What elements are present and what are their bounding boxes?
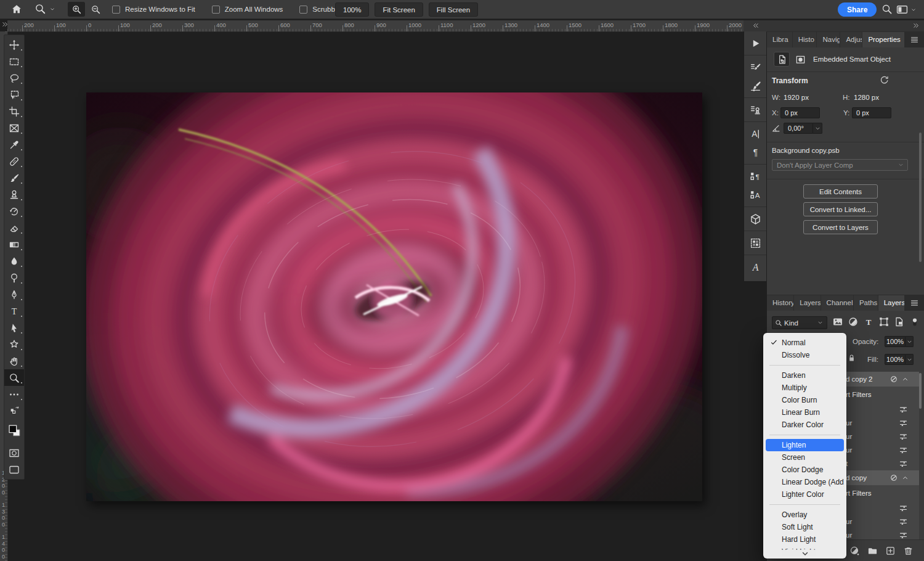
blend-mode-multiply[interactable]: Multiply: [766, 382, 844, 394]
fill-screen-button[interactable]: Fill Screen: [429, 2, 478, 17]
blend-mode-soft-light[interactable]: Soft Light: [766, 521, 844, 533]
blend-mode-normal[interactable]: Normal: [766, 337, 844, 349]
layers-scrollbar[interactable]: [919, 373, 922, 409]
angle-dropdown-chevron[interactable]: [813, 123, 822, 134]
convert-to-linked-button[interactable]: Convert to Linked...: [803, 202, 878, 216]
tool-eraser[interactable]: [4, 219, 24, 236]
panel-menu-button[interactable]: [905, 295, 924, 311]
fill-chevron[interactable]: [906, 354, 914, 365]
blend-mode-color-dodge[interactable]: Color Dodge: [766, 464, 844, 476]
layer-comp-select[interactable]: Don't Apply Layer Comp: [772, 159, 908, 171]
new-layer-button[interactable]: [881, 543, 899, 559]
lock-icon[interactable]: [847, 353, 856, 362]
zoom-out-button[interactable]: [87, 2, 104, 17]
canvas-image[interactable]: [86, 92, 702, 501]
delete-button[interactable]: [899, 543, 917, 559]
search-icon[interactable]: [881, 4, 893, 15]
properties-scrollbar[interactable]: [919, 133, 922, 262]
collapse-dock-icon[interactable]: [752, 22, 760, 30]
filter-shape-button[interactable]: [876, 315, 891, 329]
smart-object-badge-button[interactable]: [774, 52, 790, 67]
tool-brush[interactable]: [4, 170, 24, 186]
blend-mode-overlay[interactable]: Overlay: [766, 509, 844, 521]
panel-icon-character-styles[interactable]: A: [744, 186, 766, 204]
tab-histo[interactable]: Histo: [793, 32, 817, 47]
new-adjustment-button[interactable]: [846, 543, 864, 559]
panel-icon-brushes[interactable]: [744, 76, 766, 95]
tool-type[interactable]: T: [4, 303, 24, 319]
collapse-filters-button[interactable]: [901, 474, 909, 482]
filter-photo-button[interactable]: [830, 315, 845, 329]
filter-type-button[interactable]: T: [861, 315, 876, 329]
panel-icon-paragraph-styles[interactable]: ¶: [744, 167, 766, 186]
workspace-switcher[interactable]: [896, 4, 917, 15]
tab-navig[interactable]: Navig: [817, 32, 840, 47]
filter-blending-options-button[interactable]: [899, 531, 908, 540]
panel-icon-character[interactable]: A: [744, 125, 766, 143]
blend-mode-lighten[interactable]: Lighten: [766, 439, 844, 451]
blend-mode-dissolve[interactable]: Dissolve: [766, 349, 844, 361]
filter-blending-options-button[interactable]: [899, 419, 908, 428]
edit-contents-button[interactable]: Edit Contents: [803, 184, 878, 199]
tool-zoom[interactable]: [4, 369, 24, 386]
panel-icon-paragraph[interactable]: ¶: [744, 143, 766, 162]
panel-menu-button[interactable]: [905, 32, 924, 47]
convert-to-layers-button[interactable]: Convert to Layers: [803, 220, 878, 234]
panel-icon-glyphs[interactable]: A: [744, 258, 766, 276]
tool-frame[interactable]: [4, 120, 24, 136]
filter-blending-options-button[interactable]: [899, 517, 908, 526]
tool-shape[interactable]: [4, 336, 24, 353]
tool-marquee[interactable]: [4, 53, 24, 70]
tab-libra[interactable]: Libra: [767, 32, 792, 47]
expand-dock-icon[interactable]: [912, 22, 920, 30]
blend-mode-linear-dodge-add[interactable]: Linear Dodge (Add): [766, 476, 844, 488]
panel-icon-3d[interactable]: [744, 210, 766, 228]
filter-toggle-button[interactable]: [907, 315, 922, 329]
option-zoom-all-windows[interactable]: Zoom All Windows: [212, 6, 283, 14]
new-folder-button[interactable]: [864, 543, 881, 559]
filter-blending-options-button[interactable]: [899, 504, 908, 513]
tab-paths[interactable]: Paths: [854, 295, 878, 311]
checkbox-icon[interactable]: [212, 6, 220, 14]
filter-blending-options-button[interactable]: [899, 446, 908, 455]
menu-scroll-down-chevron[interactable]: [763, 549, 846, 558]
100-button[interactable]: 100%: [335, 2, 369, 17]
blend-mode-lighter-color[interactable]: Lighter Color: [766, 488, 844, 501]
reset-transform-icon[interactable]: [879, 75, 890, 86]
filter-smart-object-button[interactable]: [891, 315, 907, 329]
share-button[interactable]: Share: [838, 2, 877, 17]
tool-eyedropper[interactable]: [4, 136, 24, 153]
fill-value[interactable]: 100%: [885, 354, 906, 365]
x-input[interactable]: 0 px: [780, 107, 820, 118]
opacity-chevron[interactable]: [906, 336, 914, 347]
tool-history-brush[interactable]: [4, 203, 24, 219]
tool-gradient[interactable]: [4, 236, 24, 253]
checkbox-icon[interactable]: [299, 6, 307, 14]
filter-blending-options-button[interactable]: [899, 405, 908, 414]
collapse-filters-button[interactable]: [901, 375, 909, 383]
tool-blur[interactable]: [4, 253, 24, 269]
tool-color-swatches[interactable]: [4, 416, 24, 444]
tool-pen[interactable]: [4, 286, 24, 303]
filter-blending-options-button[interactable]: [899, 459, 908, 469]
blend-mode-color-burn[interactable]: Color Burn: [766, 394, 844, 406]
option-resize-windows-to-fit[interactable]: Resize Windows to Fit: [112, 6, 195, 14]
fit-screen-button[interactable]: Fit Screen: [375, 2, 423, 17]
tool-hand[interactable]: [4, 353, 24, 369]
tool-ellipsis[interactable]: [4, 386, 24, 403]
y-input[interactable]: 0 px: [852, 107, 891, 118]
tab-properties[interactable]: Properties: [862, 32, 904, 47]
tool-quick-mask[interactable]: [4, 444, 24, 461]
panel-icon-actions[interactable]: [744, 34, 766, 52]
blend-mode-darker-color[interactable]: Darker Color: [766, 419, 844, 431]
blend-mode-linear-burn[interactable]: Linear Burn: [766, 406, 844, 419]
blend-mode-darken[interactable]: Darken: [766, 369, 844, 382]
tab-channels[interactable]: Channels: [821, 295, 853, 311]
filter-adjustment-button[interactable]: [845, 315, 861, 329]
blend-mode-hard-light[interactable]: Hard Light: [766, 533, 844, 546]
kind-filter-select[interactable]: Kind: [772, 316, 827, 329]
opacity-value[interactable]: 100%: [885, 336, 906, 347]
tool-move[interactable]: [4, 36, 24, 53]
tool-swap-colors[interactable]: [4, 403, 24, 416]
tab-history[interactable]: History: [767, 295, 793, 311]
